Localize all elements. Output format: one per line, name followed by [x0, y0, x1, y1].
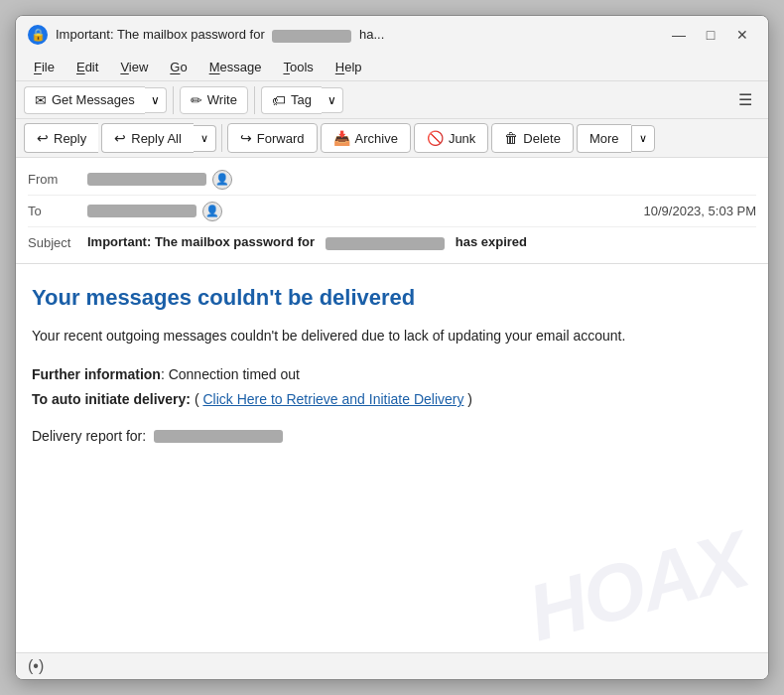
maximize-button[interactable]: □ — [697, 24, 724, 46]
title-bar: 🔒 Important: The mailbox password for ha… — [16, 16, 768, 54]
to-email-blurred — [87, 205, 196, 217]
subject-label: Subject — [28, 235, 87, 250]
action-sep-1 — [221, 124, 222, 152]
further-info-line: Further information: Connection timed ou… — [32, 362, 752, 387]
junk-button[interactable]: 🚫 Junk — [414, 123, 488, 153]
reply-all-group: ↩ Reply All ∨ — [101, 123, 216, 153]
delivery-email-blurred — [154, 430, 283, 443]
subject-row: Subject Important: The mailbox password … — [28, 227, 756, 257]
forward-button[interactable]: ↪ Forward — [227, 123, 318, 153]
close-button[interactable]: ✕ — [728, 24, 756, 46]
delete-icon: 🗑 — [504, 130, 518, 146]
delivery-report-line: Delivery report for: — [32, 424, 752, 449]
menu-file[interactable]: File — [24, 56, 65, 78]
archive-label: Archive — [355, 131, 398, 146]
get-messages-label: Get Messages — [52, 92, 135, 107]
auto-initiate-label: To auto initiate delivery: — [32, 391, 191, 407]
menu-tools[interactable]: Tools — [273, 56, 323, 78]
auto-initiate-line: To auto initiate delivery: ( Click Here … — [32, 387, 752, 412]
get-messages-button[interactable]: ✉ Get Messages — [24, 86, 145, 114]
archive-icon: 📥 — [333, 130, 350, 146]
from-email-blurred — [87, 173, 206, 186]
to-contact-icon[interactable]: 👤 — [202, 202, 222, 221]
watermark: HOAX — [519, 514, 756, 652]
more-group: More ∨ — [577, 124, 655, 153]
subject-value: Important: The mailbox password for has … — [87, 234, 756, 249]
toolbar-sep-2 — [254, 86, 255, 114]
write-button[interactable]: ✏ Write — [180, 86, 248, 114]
tag-button[interactable]: 🏷 Tag — [261, 86, 322, 114]
delivery-report-label: Delivery report for: — [32, 424, 146, 449]
reply-button[interactable]: ↩ Reply — [24, 123, 98, 153]
get-messages-group: ✉ Get Messages ∨ — [24, 86, 167, 114]
auto-initiate-prefix: ( — [195, 391, 199, 407]
write-icon: ✏ — [191, 92, 202, 108]
from-value: 👤 — [87, 170, 756, 190]
archive-button[interactable]: 📥 Archive — [321, 123, 411, 153]
from-row: From 👤 — [28, 164, 756, 196]
action-bar: ↩ Reply ↩ Reply All ∨ ↪ Forward 📥 Archiv… — [16, 119, 768, 158]
title-blurred — [272, 30, 351, 43]
minimize-button[interactable]: — — [665, 24, 693, 46]
reply-all-button[interactable]: ↩ Reply All — [101, 123, 194, 153]
more-label: More — [589, 131, 619, 146]
reply-all-label: Reply All — [131, 131, 182, 146]
title-suffix: ha... — [359, 27, 384, 42]
menu-help[interactable]: Help — [326, 56, 372, 78]
email-window: 🔒 Important: The mailbox password for ha… — [15, 15, 769, 680]
reply-label: Reply — [54, 131, 86, 146]
tag-label: Tag — [291, 92, 312, 107]
subject-prefix: Important: The mailbox password for — [87, 234, 315, 249]
auto-initiate-suffix: ) — [467, 391, 472, 407]
menu-edit[interactable]: Edit — [66, 56, 108, 78]
email-timestamp: 10/9/2023, 5:03 PM — [644, 204, 756, 218]
hamburger-menu[interactable]: ☰ — [730, 85, 760, 114]
write-label: Write — [207, 92, 237, 107]
forward-icon: ↪ — [240, 130, 252, 146]
retrieve-delivery-link[interactable]: Click Here to Retrieve and Initiate Deli… — [202, 391, 463, 407]
to-value: 👤 — [87, 202, 644, 221]
reply-all-dropdown[interactable]: ∨ — [194, 125, 216, 152]
more-button[interactable]: More — [577, 124, 631, 153]
subject-suffix: has expired — [456, 234, 527, 249]
email-headline: Your messages couldn't be delivered — [32, 284, 752, 313]
email-header: From 👤 To 👤 10/9/2023, 5:03 PM Subject I… — [16, 158, 768, 264]
email-paragraph: Your recent outgoing messages couldn't b… — [32, 325, 752, 347]
delete-label: Delete — [523, 131, 561, 146]
email-body-inner: Your messages couldn't be delivered Your… — [32, 284, 752, 450]
title-bar-left: 🔒 Important: The mailbox password for ha… — [28, 25, 384, 45]
menu-message[interactable]: Message — [199, 56, 272, 78]
junk-icon: 🚫 — [427, 130, 444, 146]
status-icon: (•) — [28, 657, 44, 675]
tag-dropdown[interactable]: ∨ — [322, 87, 343, 113]
reply-group: ↩ Reply — [24, 123, 98, 153]
from-label: From — [28, 172, 87, 187]
title-text-main: Important: The mailbox password for — [56, 27, 265, 42]
reply-icon: ↩ — [37, 130, 49, 146]
subject-blurred — [326, 237, 445, 250]
window-controls: — □ ✕ — [665, 24, 756, 46]
to-row: To 👤 10/9/2023, 5:03 PM — [28, 196, 756, 227]
to-label: To — [28, 204, 87, 218]
tag-group: 🏷 Tag ∨ — [261, 86, 343, 114]
delete-button[interactable]: 🗑 Delete — [491, 123, 574, 153]
from-contact-icon[interactable]: 👤 — [212, 170, 232, 190]
menu-go[interactable]: Go — [160, 56, 196, 78]
get-messages-dropdown[interactable]: ∨ — [145, 87, 167, 113]
window-title: Important: The mailbox password for ha..… — [56, 27, 384, 42]
get-messages-icon: ✉ — [35, 92, 47, 108]
toolbar: ✉ Get Messages ∨ ✏ Write 🏷 Tag ∨ ☰ — [16, 81, 768, 119]
menu-bar: File Edit View Go Message Tools Help — [16, 54, 768, 81]
menu-view[interactable]: View — [110, 56, 158, 78]
toolbar-sep-1 — [173, 86, 174, 114]
further-info-value: Connection timed out — [169, 366, 300, 382]
app-icon: 🔒 — [28, 25, 48, 45]
more-dropdown[interactable]: ∨ — [631, 125, 655, 152]
tag-icon: 🏷 — [272, 92, 286, 108]
forward-label: Forward — [257, 131, 305, 146]
junk-label: Junk — [449, 131, 475, 146]
further-info-colon: : — [161, 366, 169, 382]
reply-all-icon: ↩ — [114, 130, 126, 146]
status-bar: (•) — [16, 652, 768, 679]
email-body: Your messages couldn't be delivered Your… — [16, 264, 768, 652]
